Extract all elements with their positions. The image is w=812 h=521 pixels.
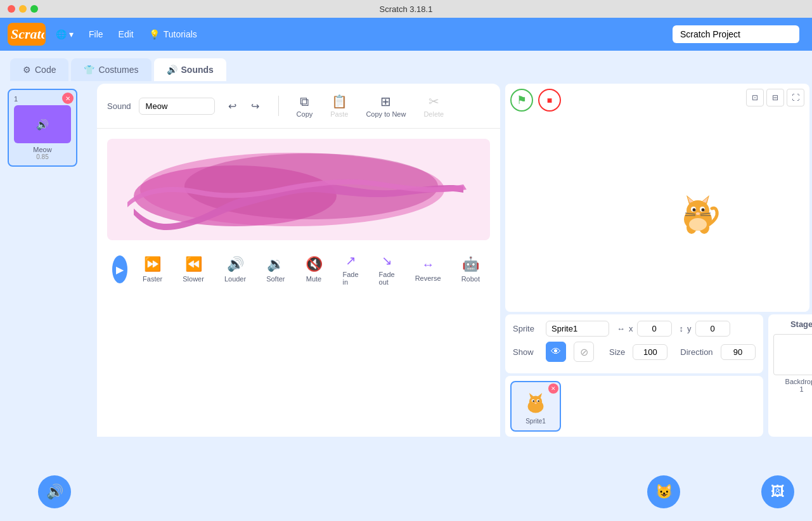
sprite-label: Sprite <box>513 324 538 333</box>
small-stage-button[interactable]: ⊡ <box>746 89 764 106</box>
stage-resize-buttons: ⊡ ⊟ ⛶ <box>746 89 804 106</box>
backdrop-count: 1 <box>800 385 804 393</box>
sounds-tab-icon: 🔊 <box>167 65 177 75</box>
fade-in-effect[interactable]: ↗ Fade in <box>338 250 364 288</box>
show-label: Show <box>513 347 538 357</box>
file-menu[interactable]: File <box>84 27 108 42</box>
sprite-bottom: Sprite ↔ x ↕ y <box>505 314 809 437</box>
add-sound-button[interactable]: 🔊 <box>38 475 71 508</box>
maximize-button[interactable] <box>30 5 38 13</box>
code-tab-label: Code <box>35 65 56 75</box>
sound-delete-button[interactable]: ✕ <box>62 93 74 104</box>
playback-controls: ▶ ⏩ Faster ⏪ Slower 🔊 Louder 🔉 Softer <box>107 240 490 299</box>
globe-arrow: ▾ <box>69 29 74 39</box>
add-stage-icon: 🖼 <box>771 484 785 500</box>
add-sprite-button[interactable]: 😺 <box>647 475 680 508</box>
robot-label: Robot <box>461 275 480 283</box>
tutorials-button[interactable]: 💡 Tutorials <box>144 27 202 42</box>
copy-to-new-action[interactable]: ⊞ Copy to New <box>361 91 411 120</box>
list-item[interactable]: ✕ Sprite1 <box>510 381 561 432</box>
tab-sounds[interactable]: 🔊 Sounds <box>154 58 226 81</box>
faster-icon: ⏩ <box>144 256 161 273</box>
code-tab-icon: ⚙ <box>23 65 31 75</box>
sprite-thumbnail-cat <box>520 388 551 416</box>
svg-point-15 <box>696 212 700 215</box>
svg-text:Scratch: Scratch <box>11 26 44 42</box>
louder-effect[interactable]: 🔊 Louder <box>219 254 251 285</box>
language-selector[interactable]: 🌐 ▾ <box>51 27 79 42</box>
reverse-effect[interactable]: ↔ Reverse <box>410 255 446 285</box>
sprite-list: ✕ Sprite1 <box>505 376 763 437</box>
delete-action[interactable]: ✂ Delete <box>418 91 449 120</box>
stage: ⚑ ■ ⊡ ⊟ ⛶ <box>505 84 809 312</box>
project-name-input[interactable] <box>673 25 799 43</box>
svg-point-32 <box>534 402 536 404</box>
y-coord-group: ↕ y <box>680 321 730 337</box>
sound-thumb-icon: 🔊 <box>36 119 49 131</box>
list-item[interactable]: ✕ 1 🔊 Meow 0.85 <box>8 89 77 167</box>
copy-action[interactable]: ⧉ Copy <box>292 92 318 120</box>
play-button[interactable]: ▶ <box>112 255 127 283</box>
sound-toolbar: Sound ↩ ↪ ⧉ Copy 📋 Paste ⊞ Copy to New ✂… <box>97 84 500 129</box>
fullscreen-button[interactable]: ⛶ <box>787 89 804 106</box>
direction-input[interactable] <box>721 344 756 360</box>
sprite-name-row: Sprite ↔ x ↕ y <box>513 321 756 337</box>
faster-effect[interactable]: ⏩ Faster <box>138 254 167 285</box>
sound-item-name: Meow <box>14 146 71 153</box>
robot-icon: 🤖 <box>462 256 479 273</box>
sounds-tab-label: Sounds <box>181 65 214 75</box>
stop-button[interactable]: ■ <box>538 89 561 112</box>
waveform-area: ▶ ⏩ Faster ⏪ Slower 🔊 Louder 🔉 Softer <box>97 129 500 437</box>
sound-editor: Sound ↩ ↪ ⧉ Copy 📋 Paste ⊞ Copy to New ✂… <box>97 84 500 437</box>
sound-thumbnail: 🔊 <box>14 105 71 143</box>
slower-icon: ⏪ <box>185 256 202 273</box>
copy-to-new-icon: ⊞ <box>380 94 391 109</box>
mute-effect[interactable]: 🔇 Mute <box>300 254 328 285</box>
minimize-button[interactable] <box>19 5 27 13</box>
softer-effect[interactable]: 🔉 Softer <box>261 254 290 285</box>
size-input[interactable] <box>633 344 667 360</box>
svg-point-23 <box>689 218 707 231</box>
sprite-info: Sprite ↔ x ↕ y <box>505 314 763 373</box>
undo-button[interactable]: ↩ <box>222 96 243 116</box>
waveform-container[interactable] <box>107 139 490 240</box>
tab-code[interactable]: ⚙ Code <box>10 58 68 81</box>
fade-out-icon: ↘ <box>382 253 392 268</box>
copy-icon: ⧉ <box>300 94 309 109</box>
show-eye-button[interactable]: 👁 <box>546 342 566 362</box>
add-sprite-icon: 😺 <box>655 484 673 500</box>
redo-button[interactable]: ↪ <box>245 96 266 116</box>
fade-out-effect[interactable]: ↘ Fade out <box>374 250 400 288</box>
louder-icon: 🔊 <box>227 256 244 273</box>
add-stage-button[interactable]: 🖼 <box>761 475 794 508</box>
sprite-thumb-name: Sprite1 <box>525 418 546 425</box>
robot-effect[interactable]: 🤖 Robot <box>456 254 485 285</box>
costumes-tab-icon: 👕 <box>84 65 94 75</box>
delete-icon: ✂ <box>429 94 439 109</box>
sprite-delete-button[interactable]: ✕ <box>548 383 558 394</box>
mute-icon: 🔇 <box>306 256 323 273</box>
stage-panel: Stage Backdrops 1 <box>768 314 812 437</box>
sound-label: Sound <box>107 101 131 111</box>
stage-controls: ⚑ ■ <box>510 89 561 112</box>
sound-item-duration: 0.85 <box>14 153 71 160</box>
tab-costumes[interactable]: 👕 Costumes <box>71 58 151 81</box>
show-hidden-button[interactable]: ⊘ <box>574 342 594 362</box>
sprite-name-input[interactable] <box>546 321 609 337</box>
slower-effect[interactable]: ⏪ Slower <box>177 254 209 285</box>
svg-point-31 <box>538 400 539 402</box>
titlebar: Scratch 3.18.1 <box>0 0 812 18</box>
edit-menu[interactable]: Edit <box>113 27 139 42</box>
svg-point-14 <box>702 209 705 212</box>
y-arrows-icon: ↕ <box>680 324 684 333</box>
close-button[interactable] <box>8 5 15 13</box>
medium-stage-button[interactable]: ⊟ <box>766 89 784 106</box>
stage-thumbnail[interactable] <box>773 334 812 375</box>
y-input[interactable] <box>695 321 730 337</box>
sound-name-input[interactable] <box>139 98 215 115</box>
reverse-label: Reverse <box>415 274 441 282</box>
x-input[interactable] <box>637 321 672 337</box>
paste-action[interactable]: 📋 Paste <box>325 91 353 120</box>
direction-label: Direction <box>680 347 712 357</box>
green-flag-button[interactable]: ⚑ <box>510 89 533 112</box>
